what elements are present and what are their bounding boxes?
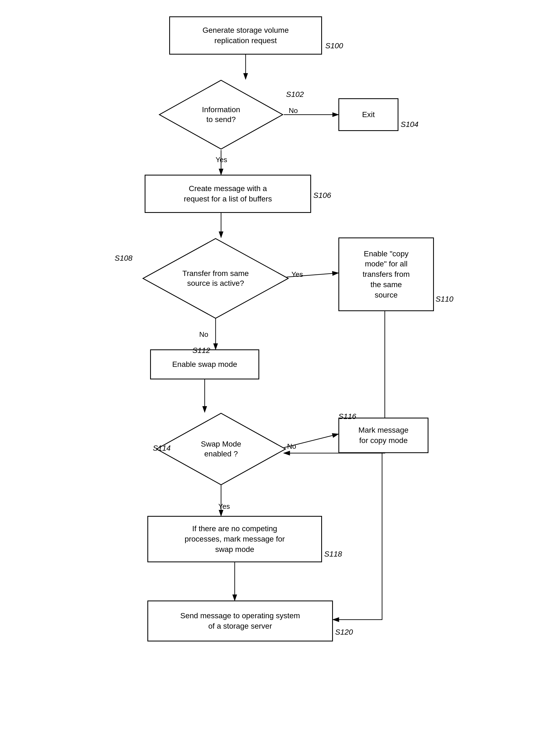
step-s120-box: Send message to operating systemof a sto… (147, 600, 333, 641)
connector-no-s102: No (289, 106, 298, 115)
step-s112-id: S112 (192, 346, 210, 355)
step-s114-diamond: Swap Modeenabled ? (155, 412, 286, 486)
step-s118-label: If there are no competingprocesses, mark… (185, 523, 285, 554)
step-s104-id: S104 (401, 120, 418, 129)
step-s110-box: Enable "copymode" for alltransfers fromt… (338, 237, 434, 311)
step-s120-label: Send message to operating systemof a sto… (180, 611, 300, 632)
connector-yes-s114: Yes (218, 502, 230, 511)
step-s112-label: Enable swap mode (172, 359, 237, 369)
step-s116-box: Mark messagefor copy mode (338, 418, 428, 453)
step-s110-label: Enable "copymode" for alltransfers fromt… (363, 249, 410, 300)
step-s118-id: S118 (324, 550, 342, 558)
step-s106-box: Create message with arequest for a list … (145, 175, 311, 213)
step-s102-diamond: Informationto send? (158, 79, 284, 150)
step-s100-id: S100 (325, 42, 343, 50)
connector-yes-s108: Yes (292, 270, 303, 279)
step-s104-box: Exit (338, 98, 399, 131)
step-s110-id: S110 (435, 295, 453, 303)
step-s118-box: If there are no competingprocesses, mark… (147, 516, 322, 562)
step-s102-label: Informationto send? (184, 105, 259, 125)
step-s120-id: S120 (335, 628, 353, 637)
step-s100-box: Generate storage volumereplication reque… (169, 16, 322, 55)
step-s108-diamond: Transfer from samesource is active? (142, 237, 289, 319)
step-s116-label: Mark messagefor copy mode (358, 425, 409, 446)
connector-no-s114: No (287, 442, 296, 451)
step-s106-id: S106 (313, 191, 331, 200)
step-s114-label: Swap Modeenabled ? (182, 439, 260, 459)
connector-yes-s102: Yes (216, 155, 227, 164)
connector-no-s108: No (199, 330, 208, 339)
step-s116-id: S116 (338, 412, 356, 421)
step-s100-label: Generate storage volumereplication reque… (202, 25, 289, 46)
diagram-container: Generate storage volumereplication reque… (0, 0, 560, 749)
step-s108-id: S108 (115, 254, 132, 262)
step-s108-label: Transfer from samesource is active? (174, 269, 257, 288)
step-s104-label: Exit (362, 109, 375, 120)
step-s106-label: Create message with arequest for a list … (184, 184, 272, 204)
step-s102-id: S102 (286, 90, 304, 99)
step-s114-id: S114 (153, 444, 171, 453)
